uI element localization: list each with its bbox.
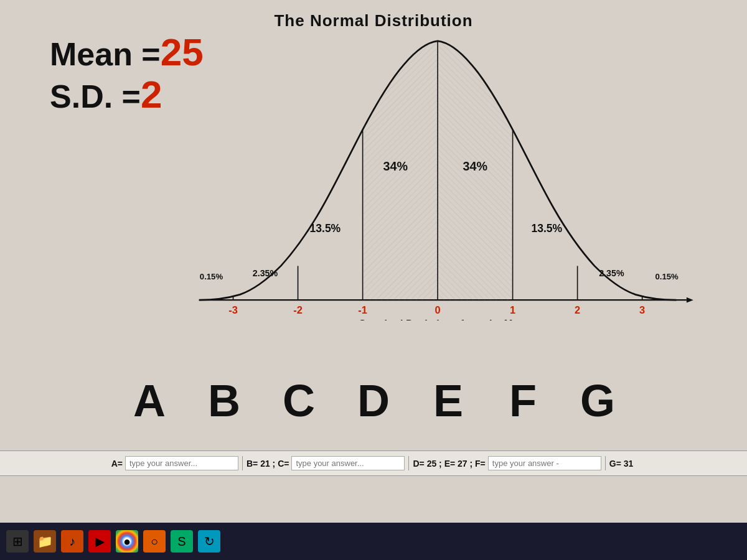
- answer-bc-label: B= 21 ; C=: [247, 459, 289, 469]
- answer-g-label: G= 31: [609, 459, 634, 469]
- start-button[interactable]: ⊞: [6, 530, 29, 553]
- svg-text:2.35%: 2.35%: [253, 268, 278, 278]
- svg-text:Standard Deviations from the M: Standard Deviations from the Mean: [359, 318, 530, 320]
- svg-text:13.5%: 13.5%: [531, 222, 562, 235]
- answer-a-segment: A=: [108, 456, 243, 470]
- svg-text:-2: -2: [293, 304, 303, 315]
- taskbar: ⊞ 📁 ♪ ▶ ● ○ S ↻: [0, 523, 747, 560]
- answer-g-segment: G= 31: [606, 459, 640, 469]
- answer-bc-input[interactable]: [291, 456, 405, 470]
- chrome-icon[interactable]: ●: [116, 530, 138, 553]
- svg-text:0.15%: 0.15%: [655, 272, 679, 281]
- svg-text:3: 3: [639, 304, 645, 315]
- sd-label: S.D. =: [50, 79, 141, 114]
- answer-a-input[interactable]: [125, 456, 238, 470]
- answers-row: A= B= 21 ; C= D= 25 ; E= 27 ; F= G= 31: [0, 450, 747, 476]
- svg-text:2.35%: 2.35%: [599, 268, 624, 278]
- letter-A: A: [112, 375, 187, 426]
- answer-def-label: D= 25 ; E= 27 ; F=: [413, 459, 485, 469]
- svg-text:1: 1: [510, 304, 515, 315]
- svg-marker-8: [687, 297, 693, 303]
- mean-label: Mean =: [50, 37, 161, 72]
- page-title: The Normal Distribution: [274, 11, 472, 30]
- main-content: The Normal Distribution Mean = 25 S.D. =…: [0, 0, 747, 523]
- svg-text:-3: -3: [228, 304, 238, 315]
- letters-row: A B C D E F G: [0, 375, 747, 426]
- app-s-icon[interactable]: S: [171, 530, 193, 553]
- svg-text:13.5%: 13.5%: [310, 222, 341, 235]
- svg-text:2: 2: [575, 304, 580, 315]
- svg-text:0: 0: [435, 304, 441, 315]
- file-explorer-icon[interactable]: 📁: [34, 530, 56, 553]
- answer-def-segment: D= 25 ; E= 27 ; F=: [409, 456, 605, 470]
- app-red-icon[interactable]: ▶: [88, 530, 111, 553]
- firefox-icon[interactable]: ○: [143, 530, 166, 553]
- answer-a-label: A=: [111, 459, 123, 469]
- svg-rect-30: [513, 34, 578, 307]
- sd-value: 2: [141, 73, 162, 116]
- svg-rect-29: [298, 34, 363, 307]
- svg-text:0.15%: 0.15%: [200, 272, 223, 281]
- letter-E: E: [411, 375, 486, 426]
- answer-bc-segment: B= 21 ; C=: [243, 456, 409, 470]
- letter-B: B: [187, 375, 261, 426]
- letter-F: F: [486, 375, 560, 426]
- svg-text:-1: -1: [358, 304, 367, 315]
- chart-area: 34% 34% 13.5% 13.5% 2.35% 2.35% 0.15% 0.…: [174, 34, 728, 320]
- answer-def-input[interactable]: [488, 456, 601, 470]
- music-icon[interactable]: ♪: [61, 530, 83, 553]
- app-refresh-icon[interactable]: ↻: [198, 530, 220, 553]
- letter-C: C: [261, 375, 336, 426]
- letter-G: G: [560, 375, 635, 426]
- letter-D: D: [336, 375, 411, 426]
- bell-curve-svg: 34% 34% 13.5% 13.5% 2.35% 2.35% 0.15% 0.…: [174, 34, 728, 320]
